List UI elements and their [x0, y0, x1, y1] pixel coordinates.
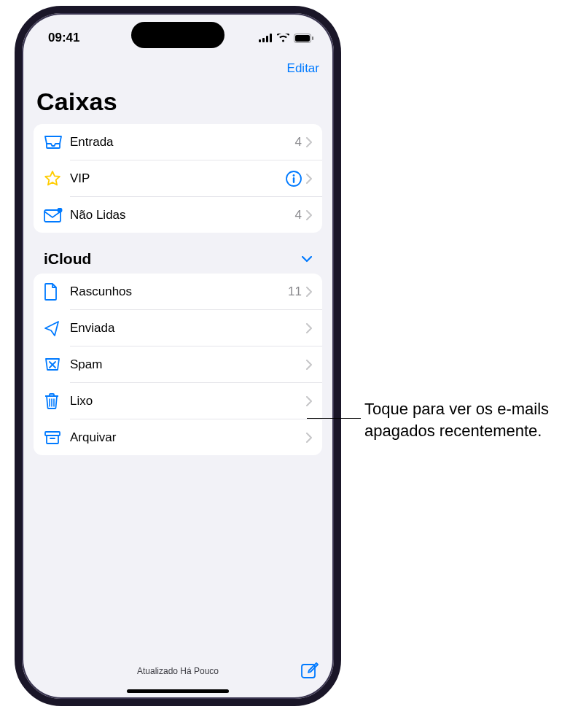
nav-bar: Editar	[22, 53, 334, 85]
svg-rect-3	[270, 34, 272, 42]
folder-label: Enviada	[66, 321, 306, 336]
mailbox-vip[interactable]: VIP	[34, 160, 322, 196]
folder-label: Spam	[66, 357, 306, 372]
mailbox-nao-lidas[interactable]: Não Lidas 4	[34, 197, 322, 233]
svg-point-8	[293, 174, 295, 177]
svg-rect-12	[45, 432, 60, 435]
chevron-right-icon	[306, 210, 312, 220]
chevron-right-icon	[306, 433, 312, 443]
page-title: Caixas	[36, 88, 117, 116]
folder-label: Lixo	[66, 394, 306, 408]
mailbox-label: Entrada	[66, 135, 295, 150]
status-icons	[259, 34, 313, 43]
svg-rect-5	[295, 35, 310, 42]
info-icon	[286, 171, 302, 187]
svg-rect-6	[312, 36, 313, 40]
section-header-icloud[interactable]: iCloud	[34, 233, 322, 274]
content-area: Entrada 4 VIP Não Lidas	[34, 124, 322, 640]
folder-lixo[interactable]: Lixo	[34, 383, 322, 419]
callout-text: Toque para ver os e-mails apagados recen…	[364, 398, 554, 441]
svg-rect-9	[293, 177, 294, 183]
updated-status: Atualizado Há Pouco	[36, 666, 293, 676]
spam-icon	[44, 357, 66, 372]
dynamic-island	[131, 22, 225, 48]
wifi-icon	[277, 34, 289, 42]
mailboxes-list: Entrada 4 VIP Não Lidas	[34, 124, 322, 233]
mailbox-label: VIP	[66, 171, 286, 186]
svg-point-11	[58, 208, 63, 213]
chevron-right-icon	[306, 360, 312, 370]
edit-button[interactable]: Editar	[287, 61, 319, 76]
folder-label: Rascunhos	[66, 284, 288, 299]
folder-arquivar[interactable]: Arquivar	[34, 419, 322, 455]
chevron-right-icon	[306, 287, 312, 297]
inbox-icon	[44, 135, 66, 150]
svg-rect-2	[266, 36, 268, 42]
archive-icon	[44, 430, 66, 445]
mailbox-entrada[interactable]: Entrada 4	[34, 124, 322, 160]
mailbox-label: Não Lidas	[66, 208, 295, 222]
send-icon	[44, 320, 66, 337]
doc-icon	[44, 283, 66, 301]
toolbar: Atualizado Há Pouco	[22, 655, 334, 687]
callout-line	[307, 418, 361, 419]
mailbox-count: 4	[295, 208, 306, 222]
chevron-right-icon	[306, 323, 312, 333]
folder-rascunhos[interactable]: Rascunhos 11	[34, 274, 322, 309]
icloud-list: Rascunhos 11 Enviada Spam	[34, 274, 322, 455]
compose-icon	[300, 662, 319, 681]
compose-button[interactable]	[293, 662, 319, 681]
svg-rect-0	[259, 39, 261, 42]
folder-count: 11	[288, 284, 306, 299]
svg-rect-1	[262, 38, 265, 42]
chevron-right-icon	[306, 137, 312, 147]
status-time: 09:41	[48, 31, 79, 45]
trash-icon	[44, 392, 66, 410]
section-title: iCloud	[44, 250, 91, 268]
home-indicator[interactable]	[127, 689, 229, 693]
chevron-right-icon	[306, 396, 312, 406]
mailbox-count: 4	[295, 135, 306, 150]
battery-icon	[294, 34, 313, 43]
phone-frame: 09:41 Editar Caixas Entrada 4	[15, 6, 341, 706]
chevron-right-icon	[306, 174, 312, 184]
cellular-icon	[259, 34, 273, 42]
folder-spam[interactable]: Spam	[34, 346, 322, 382]
folder-label: Arquivar	[66, 430, 306, 445]
unread-icon	[44, 208, 66, 222]
folder-enviada[interactable]: Enviada	[34, 310, 322, 346]
info-button[interactable]	[286, 171, 306, 187]
star-icon	[44, 170, 66, 187]
chevron-down-icon	[302, 252, 312, 266]
